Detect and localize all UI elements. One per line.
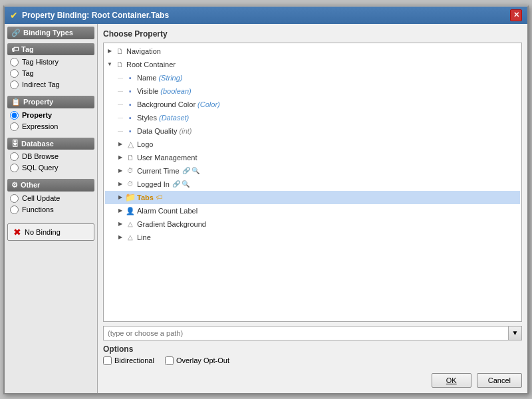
radio-tag-input[interactable] bbox=[10, 69, 19, 78]
tree-item-logged-in[interactable]: ⏱ Logged In 🔗 🔍 bbox=[105, 178, 520, 191]
icon-data-quality: ▪ bbox=[125, 126, 136, 136]
close-button[interactable]: ✕ bbox=[510, 9, 522, 21]
tree-item-user-mgmt[interactable]: 🗋 User Management bbox=[105, 151, 520, 164]
radio-functions-input[interactable] bbox=[10, 205, 19, 214]
tree-item-name[interactable]: ▪ Name (String) bbox=[105, 71, 520, 84]
label-logo: Logo bbox=[137, 138, 153, 150]
search-icon: 🔍 bbox=[192, 165, 200, 177]
tree-item-styles[interactable]: ▪ Styles (Dataset) bbox=[105, 111, 520, 124]
expander-alarm-count[interactable] bbox=[116, 206, 125, 215]
radio-tag[interactable]: Tag bbox=[7, 68, 94, 79]
label-visible: Visible bbox=[137, 85, 160, 97]
tree-item-logo[interactable]: △ Logo bbox=[105, 138, 520, 151]
tree-item-visible[interactable]: ▪ Visible (boolean) bbox=[105, 84, 520, 98]
database-section-icon: 🗄 bbox=[11, 140, 19, 148]
radio-tag-history-label: Tag History bbox=[22, 58, 59, 66]
tag-section: 🏷 Tag Tag History Tag Indirect Tag bbox=[7, 43, 94, 90]
expander-styles bbox=[116, 113, 125, 122]
options-label: Options bbox=[103, 344, 522, 354]
tree-item-tabs[interactable]: 📁 Tabs 🏷 bbox=[105, 191, 520, 204]
path-dropdown-button[interactable]: ▼ bbox=[509, 326, 522, 340]
expander-navigation[interactable] bbox=[105, 47, 114, 56]
expander-line[interactable] bbox=[116, 233, 125, 242]
bidirectional-option[interactable]: Bidirectional bbox=[103, 356, 154, 365]
type-styles: (Dataset) bbox=[159, 112, 189, 124]
label-gradient-bg: Gradient Background bbox=[137, 218, 206, 230]
radio-tag-history[interactable]: Tag History bbox=[7, 57, 94, 68]
radio-cell-update-input[interactable] bbox=[10, 194, 19, 203]
expander-data-quality bbox=[116, 126, 125, 136]
bidirectional-checkbox[interactable] bbox=[103, 356, 112, 365]
icon-navigation: 🗋 bbox=[114, 46, 125, 57]
radio-db-browse-input[interactable] bbox=[10, 152, 19, 161]
expander-logo[interactable] bbox=[116, 140, 125, 149]
type-bg-color: (Color) bbox=[198, 98, 220, 110]
radio-sql-query-input[interactable] bbox=[10, 164, 19, 172]
label-data-quality: Data Quality bbox=[137, 125, 180, 137]
property-tree[interactable]: 🗋 Navigation 🗋 Root Container ▪ Name (St… bbox=[103, 43, 522, 322]
tag-section-icon: 🏷 bbox=[11, 45, 19, 53]
tree-item-data-quality[interactable]: ▪ Data Quality (int) bbox=[105, 124, 520, 138]
choose-property-label: Choose Property bbox=[103, 29, 522, 39]
label-line: Line bbox=[137, 231, 151, 243]
expander-root-container[interactable] bbox=[105, 60, 114, 69]
title-icon: ✔ bbox=[10, 10, 18, 21]
radio-property-input[interactable] bbox=[10, 111, 19, 120]
tree-item-gradient-bg[interactable]: △ Gradient Background bbox=[105, 217, 520, 231]
radio-expression[interactable]: Expression bbox=[7, 121, 94, 132]
other-section: ⚙ Other Cell Update Functions bbox=[7, 179, 94, 215]
expander-current-time[interactable] bbox=[116, 166, 125, 176]
tree-item-root-container[interactable]: 🗋 Root Container bbox=[105, 58, 520, 71]
tree-item-current-time[interactable]: ⏱ Current Time 🔗 🔍 bbox=[105, 164, 520, 178]
radio-sql-query-label: SQL Query bbox=[22, 164, 59, 172]
expander-user-mgmt[interactable] bbox=[116, 153, 125, 162]
radio-property[interactable]: Property bbox=[7, 110, 94, 121]
label-logged-in: Logged In bbox=[137, 178, 170, 190]
options-checkboxes: Bidirectional Overlay Opt-Out bbox=[103, 356, 522, 365]
tree-item-navigation[interactable]: 🗋 Navigation bbox=[105, 45, 520, 58]
overlay-opt-out-option[interactable]: Overlay Opt-Out bbox=[165, 356, 229, 365]
radio-functions[interactable]: Functions bbox=[7, 204, 94, 215]
radio-db-browse[interactable]: DB Browse bbox=[7, 151, 94, 162]
radio-indirect-tag[interactable]: Indirect Tag bbox=[7, 79, 94, 90]
radio-tag-history-input[interactable] bbox=[10, 58, 19, 66]
title-bar: ✔ Property Binding: Root Container.Tabs … bbox=[5, 7, 527, 24]
expander-gradient-bg[interactable] bbox=[116, 219, 125, 229]
options-section: Options Bidirectional Overlay Opt-Out bbox=[103, 344, 522, 365]
radio-cell-update-label: Cell Update bbox=[22, 194, 60, 202]
label-name: Name bbox=[137, 72, 158, 84]
sidebar: 🔗 Binding Types 🏷 Tag Tag History Tag bbox=[5, 24, 98, 393]
radio-indirect-tag-label: Indirect Tag bbox=[22, 80, 60, 88]
radio-sql-query[interactable]: SQL Query bbox=[7, 162, 94, 174]
path-input[interactable] bbox=[103, 326, 509, 340]
expander-logged-in[interactable] bbox=[116, 180, 125, 189]
expander-bg-color bbox=[116, 100, 125, 109]
bidirectional-label: Bidirectional bbox=[114, 356, 154, 364]
tree-item-bg-color[interactable]: ▪ Background Color (Color) bbox=[105, 98, 520, 111]
radio-functions-label: Functions bbox=[22, 205, 54, 213]
overlay-opt-out-label: Overlay Opt-Out bbox=[176, 356, 229, 364]
ok-button[interactable]: OK bbox=[432, 373, 471, 388]
tree-item-alarm-count[interactable]: 👤 Alarm Count Label bbox=[105, 204, 520, 217]
tree-item-line[interactable]: △ Line bbox=[105, 231, 520, 244]
label-current-time: Current Time bbox=[137, 165, 180, 177]
label-styles: Styles bbox=[137, 112, 159, 124]
icon-gradient-bg: △ bbox=[125, 219, 136, 229]
radio-expression-label: Expression bbox=[22, 122, 58, 130]
cancel-button[interactable]: Cancel bbox=[477, 373, 522, 388]
radio-property-label: Property bbox=[22, 111, 52, 119]
radio-cell-update[interactable]: Cell Update bbox=[7, 193, 94, 204]
radio-indirect-tag-input[interactable] bbox=[10, 80, 19, 89]
expander-tabs[interactable] bbox=[116, 193, 125, 202]
icon-logo: △ bbox=[125, 139, 136, 150]
database-section: 🗄 Database DB Browse SQL Query bbox=[7, 138, 94, 174]
overlay-opt-out-checkbox[interactable] bbox=[165, 356, 174, 365]
link-icon2: 🔗 bbox=[172, 178, 180, 190]
main-content: 🔗 Binding Types 🏷 Tag Tag History Tag bbox=[5, 24, 527, 393]
no-binding-button[interactable]: ✖ No Binding bbox=[7, 223, 94, 241]
icon-alarm-count: 👤 bbox=[125, 205, 136, 216]
radio-expression-input[interactable] bbox=[10, 122, 19, 131]
label-bg-color: Background Color bbox=[137, 98, 198, 110]
radio-db-browse-label: DB Browse bbox=[22, 152, 59, 160]
property-section-label: Property bbox=[23, 98, 53, 106]
